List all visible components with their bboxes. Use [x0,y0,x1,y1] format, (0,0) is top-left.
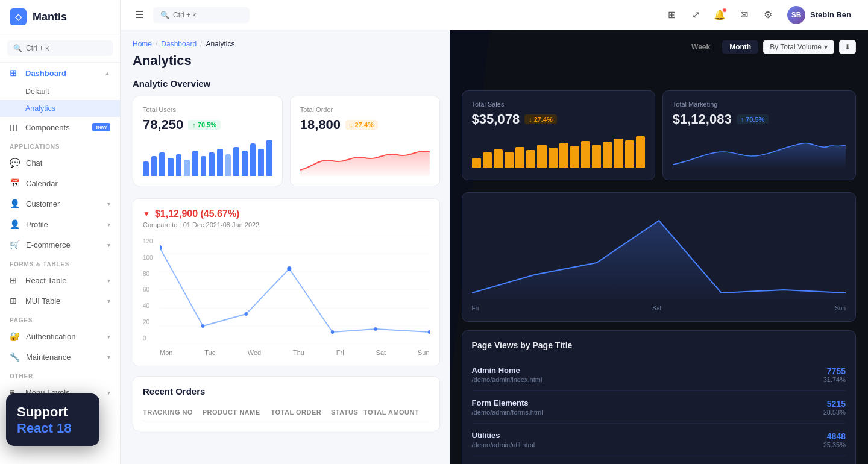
hamburger-button[interactable]: ☰ [133,7,146,23]
dark-bar [483,152,492,168]
customer-icon: 👤 [10,199,20,208]
sidebar-item-dashboard[interactable]: ⊞ Dashboard ▲ [0,63,120,83]
sidebar-sub-default[interactable]: Default [0,83,120,100]
month-tab-button[interactable]: Month [722,40,758,54]
search-icon: 🔍 [13,44,22,52]
bar [143,161,149,176]
col-tracking: TRACKING NO [143,404,203,421]
logo-icon: ◇ [10,8,27,25]
volume-select[interactable]: By Total Volume ▾ [763,40,834,54]
header: ☰ 🔍 ⊞ ⤢ 🔔 ✉ ⚙ SB Stebin Ben [121,0,868,30]
header-search-input[interactable] [173,11,242,19]
dark-card-value-sales: $35,078 [472,111,520,127]
sidebar-item-label: Dashboard [25,69,98,78]
sidebar-item-customer[interactable]: 👤 Customer ▾ [0,193,120,214]
sidebar-item-maintenance[interactable]: 🔧 Maintenance ▾ [0,346,120,367]
sidebar-item-calendar[interactable]: 📅 Calendar [0,173,120,193]
card-label-users: Total Users [143,106,272,113]
svg-point-12 [374,327,377,331]
sidebar-logo[interactable]: ◇ Mantis [0,0,120,34]
chevron-down-icon3: ▾ [107,242,110,248]
pv-pct: 25.35% [823,441,846,448]
page-content: Home / Dashboard / Analytics Analytics A… [121,30,868,464]
sidebar-chat-label: Chat [26,158,110,168]
mui-table-icon: ⊞ [10,296,19,306]
search-box[interactable]: 🔍 [7,40,113,56]
download-button[interactable]: ⬇ [839,40,856,54]
sidebar-item-chat[interactable]: 💬 Chat [0,152,120,173]
dark-card-badge-marketing: ↑ 70.5% [737,114,769,124]
analytics-cards: Total Users 78,250 ↑ 70.5% [133,96,440,186]
user-avatar: SB [787,6,805,24]
header-search[interactable]: 🔍 [153,7,250,23]
chevron-down-icon4: ▾ [107,277,110,284]
header-right: ⊞ ⤢ 🔔 ✉ ⚙ SB Stebin Ben [662,4,856,27]
messages-button[interactable]: ✉ [734,5,753,25]
profile-icon: 👤 [10,219,20,229]
bar [250,143,256,176]
dark-bar [603,142,612,168]
chevron-down-icon2: ▾ [107,221,110,228]
card-value-order: 18,800 [300,117,341,133]
breadcrumb-dashboard[interactable]: Dashboard [161,40,197,48]
components-icon: ◫ [10,122,19,132]
col-order: TOTAL ORDER [271,404,331,421]
bar [209,152,215,176]
sidebar-item-components[interactable]: ◫ Components new [0,117,120,137]
svg-point-11 [331,330,334,334]
sidebar-item-mui-table[interactable]: ⊞ MUI Table ▾ [0,290,120,311]
week-tab-button[interactable]: Week [684,40,717,54]
pv-name: Form Elements [472,398,823,407]
react-table-icon: ⊞ [10,275,19,285]
sidebar-item-ecommerce[interactable]: 🛒 E-commerce ▾ [0,234,120,255]
sidebar-customer-label: Customer [26,199,101,208]
breadcrumb-sep1: / [156,40,157,48]
bar [233,147,239,176]
income-value-row: ▼ $1,12,900 (45.67%) [143,208,259,219]
grid-view-button[interactable]: ⊞ [662,5,681,25]
sidebar-ecommerce-label: E-commerce [26,240,101,249]
dark-bar [515,147,524,168]
bar [242,151,248,176]
notifications-button[interactable]: 🔔 [710,5,729,25]
card-label-order: Total Order [300,106,430,113]
sidebar-components-label: Components [25,123,86,132]
sidebar-item-profile[interactable]: 👤 Profile ▾ [0,214,120,234]
dark-bar [472,158,481,168]
marketing-area-chart [673,134,846,170]
fullscreen-button[interactable]: ⤢ [686,5,705,25]
pv-pct: 28.53% [823,409,846,416]
income-section: ▼ $1,12,900 (45.67%) Compare to : 01 Dec… [133,198,440,366]
bar [225,154,231,176]
dark-card-value-row-sales: $35,078 ↓ 27.4% [472,111,645,127]
card-value-row-users: 78,250 ↑ 70.5% [143,117,272,133]
breadcrumb-home[interactable]: Home [133,40,152,48]
total-users-card: Total Users 78,250 ↑ 70.5% [133,96,283,186]
ecommerce-icon: 🛒 [10,240,20,249]
dark-card-value-row-marketing: $1,12,083 ↑ 70.5% [673,111,846,127]
sidebar-mui-table-label: MUI Table [25,296,101,306]
svg-point-9 [245,312,248,316]
bar [258,149,264,176]
page-views-section: Page Views by Page Title Admin Home /dem… [462,330,856,464]
arrow-down-icon2: ↓ [529,116,532,123]
user-info[interactable]: SB Stebin Ben [782,4,856,27]
search-input[interactable] [26,44,107,52]
sidebar-item-react-table[interactable]: ⊞ React Table ▾ [0,270,120,290]
dark-bar [636,136,645,168]
dark-bar [592,145,601,168]
bar [201,156,207,176]
settings-button[interactable]: ⚙ [758,5,778,25]
dark-income-svg [472,202,846,299]
chevron-down-icon6: ▾ [107,333,110,340]
dark-card-label-marketing: Total Marketing [673,101,846,108]
support-popup[interactable]: Support React 18 [6,393,99,446]
sidebar-sub-analytics[interactable]: Analytics [0,100,120,117]
pv-name: Admin Home [472,366,823,375]
total-sales-card: Total Sales $35,078 ↓ 27.4% [462,90,655,180]
arrow-down-icon: ↓ [350,121,353,128]
sidebar-item-authentication[interactable]: 🔐 Authentication ▾ [0,326,120,346]
svg-point-7 [160,245,162,250]
orders-table: TRACKING NO PRODUCT NAME TOTAL ORDER STA… [143,404,430,421]
income-chart-container: 120 100 80 60 40 20 0 [143,236,430,356]
